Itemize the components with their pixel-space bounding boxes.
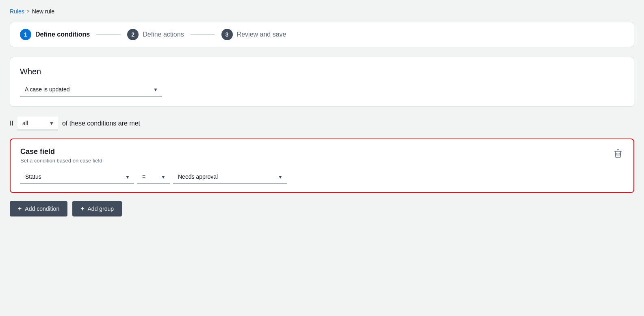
if-row: If all any ▼ of these conditions are met [10,117,634,130]
step-2: 2 Define actions [127,29,184,40]
field-select-wrapper: Status Priority Assignee Category ▼ [20,170,134,184]
step-1: 1 Define conditions [20,29,90,40]
svg-rect-1 [617,149,619,150]
condition-subtitle: Set a condition based on case field [20,158,102,164]
step-1-label: Define conditions [35,31,90,38]
conditions-text: of these conditions are met [62,120,140,127]
operator-select-wrapper: = != > < ▼ [137,170,170,184]
condition-header: Case field Set a condition based on case… [20,147,624,164]
add-condition-plus-icon: + [18,205,22,212]
breadcrumb-current: New rule [32,8,54,15]
condition-info: Case field Set a condition based on case… [20,147,102,164]
operator-select[interactable]: = != > < [137,170,170,184]
step-connector-2 [191,34,215,35]
add-group-button[interactable]: + Add group [72,201,122,216]
when-title: When [20,67,624,76]
stepper: 1 Define conditions 2 Define actions 3 R… [10,22,634,47]
value-select-wrapper: Needs approval Open Closed Pending Resol… [173,170,287,184]
svg-line-2 [617,153,617,156]
condition-operator-select[interactable]: all any [17,117,58,130]
add-condition-button[interactable]: + Add condition [10,201,67,216]
trigger-select[interactable]: A case is updated A case is created A ca… [20,83,162,97]
condition-operator-wrapper: all any ▼ [17,117,58,130]
step-3: 3 Review and save [221,29,286,40]
add-group-label: Add group [88,206,114,212]
condition-fields: Status Priority Assignee Category ▼ = !=… [20,170,624,184]
svg-rect-0 [614,151,622,152]
step-3-label: Review and save [237,31,286,38]
step-2-circle: 2 [127,29,139,40]
if-label: If [10,120,13,127]
step-1-circle: 1 [20,29,31,40]
step-3-circle: 3 [221,29,233,40]
condition-card: Case field Set a condition based on case… [10,139,634,193]
actions-row: + Add condition + Add group [10,201,634,216]
trash-icon [614,149,622,158]
when-section: When A case is updated A case is created… [10,57,634,107]
breadcrumb-separator: > [27,9,30,14]
field-select[interactable]: Status Priority Assignee Category [20,170,134,184]
condition-title: Case field [20,147,102,156]
add-condition-label: Add condition [25,206,59,212]
svg-line-4 [619,153,620,156]
add-group-plus-icon: + [80,205,84,212]
trigger-select-wrapper: A case is updated A case is created A ca… [20,83,162,97]
step-connector-1 [96,34,121,35]
breadcrumb: Rules > New rule [10,8,634,15]
value-select[interactable]: Needs approval Open Closed Pending Resol… [173,170,287,184]
breadcrumb-rules-link[interactable]: Rules [10,8,24,15]
delete-condition-button[interactable] [612,147,624,160]
step-2-label: Define actions [143,31,184,38]
